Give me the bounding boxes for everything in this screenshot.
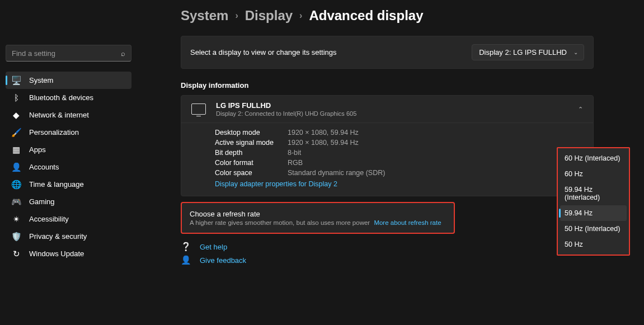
chevron-up-icon[interactable]: ⌃	[578, 106, 583, 113]
search-icon: ⌕	[121, 49, 125, 58]
display-info-value: 1920 × 1080, 59.94 Hz	[288, 139, 359, 147]
nav-list: 🖥️SystemᛒBluetooth & devices◆Network & i…	[6, 72, 131, 262]
display-info-value: Standard dynamic range (SDR)	[288, 169, 385, 177]
display-info-key: Desktop mode	[215, 129, 288, 136]
sidebar-item-privacy-security[interactable]: 🛡️Privacy & security	[6, 228, 131, 245]
breadcrumb-display[interactable]: Display	[245, 8, 293, 23]
display-info-value: 1920 × 1080, 59.94 Hz	[288, 129, 359, 136]
refresh-rate-option[interactable]: 50 Hz (Interlaced)	[560, 221, 627, 237]
refresh-rate-option[interactable]: 59.94 Hz (Interlaced)	[560, 182, 627, 205]
monitor-icon	[191, 103, 206, 115]
refresh-rate-option[interactable]: 60 Hz (Interlaced)	[560, 150, 627, 166]
refresh-rate-menu[interactable]: 60 Hz (Interlaced)60 Hz59.94 Hz (Interla…	[557, 147, 630, 256]
refresh-rate-title: Choose a refresh rate	[190, 210, 446, 218]
feedback-icon: 👤	[181, 255, 191, 265]
bluetooth-devices-icon: ᛒ	[11, 93, 21, 103]
get-help-link[interactable]: Get help	[200, 243, 227, 251]
sidebar-item-label: Windows Update	[29, 249, 84, 258]
display-info-key: Active signal mode	[215, 139, 288, 147]
sidebar-item-bluetooth-devices[interactable]: ᛒBluetooth & devices	[6, 89, 131, 106]
display-info-row: Bit depth8-bit	[215, 149, 583, 157]
sidebar-item-accounts[interactable]: 👤Accounts	[6, 158, 131, 176]
get-help-row: ❔ Get help	[181, 242, 594, 252]
sidebar-item-network-internet[interactable]: ◆Network & internet	[6, 106, 131, 124]
more-about-refresh-rate-link[interactable]: More about refresh rate	[374, 219, 441, 226]
select-display-panel: Select a display to view or change its s…	[181, 36, 594, 69]
sidebar-item-gaming[interactable]: 🎮Gaming	[6, 193, 131, 210]
give-feedback-link[interactable]: Give feedback	[200, 256, 246, 265]
display-subtitle: Display 2: Connected to Intel(R) UHD Gra…	[216, 110, 356, 117]
sidebar-item-label: Time & language	[29, 180, 84, 189]
sidebar-item-system[interactable]: 🖥️System	[6, 72, 131, 89]
display-info-value: 8-bit	[288, 149, 301, 157]
search-input[interactable]	[12, 49, 121, 58]
gaming-icon: 🎮	[11, 197, 21, 207]
sidebar-item-label: Personalization	[29, 128, 79, 136]
sidebar-item-label: Privacy & security	[29, 232, 87, 241]
privacy-security-icon: 🛡️	[11, 232, 21, 242]
display-info-key: Color space	[215, 169, 288, 177]
sidebar-item-time-language[interactable]: 🌐Time & language	[6, 176, 131, 193]
display-info-row: Color formatRGB	[215, 159, 583, 167]
personalization-icon: 🖌️	[11, 128, 21, 138]
display-info-row: Color spaceStandard dynamic range (SDR)	[215, 169, 583, 177]
sidebar-item-windows-update[interactable]: ↻Windows Update	[6, 245, 131, 262]
give-feedback-row: 👤 Give feedback	[181, 255, 594, 265]
display-information-heading: Display information	[181, 81, 594, 90]
chevron-down-icon: ⌄	[574, 49, 578, 55]
display-name: LG IPS FULLHD	[216, 101, 356, 110]
sidebar-item-label: Accessibility	[29, 215, 69, 223]
network-internet-icon: ◆	[11, 110, 21, 120]
display-info-row: Active signal mode1920 × 1080, 59.94 Hz	[215, 139, 583, 147]
refresh-rate-description: A higher rate gives smoother motion, but…	[190, 219, 446, 226]
sidebar-item-label: Apps	[29, 145, 46, 154]
breadcrumb: System › Display › Advanced display	[181, 8, 594, 23]
accounts-icon: 👤	[11, 162, 21, 172]
display-info-key: Bit depth	[215, 149, 288, 157]
sidebar-item-label: Network & internet	[29, 111, 89, 119]
windows-update-icon: ↻	[11, 249, 21, 259]
display-select-dropdown[interactable]: Display 2: LG IPS FULLHD ⌄	[472, 44, 584, 60]
sidebar-item-label: System	[29, 76, 53, 84]
settings-sidebar: ⌕ 🖥️SystemᛒBluetooth & devices◆Network &…	[0, 0, 137, 325]
display-info-card: LG IPS FULLHD Display 2: Connected to In…	[181, 95, 594, 196]
time-language-icon: 🌐	[11, 180, 21, 190]
accessibility-icon: ✴	[11, 214, 21, 224]
select-display-label: Select a display to view or change its s…	[190, 48, 337, 56]
refresh-rate-option[interactable]: 50 Hz	[560, 237, 627, 252]
refresh-rate-option[interactable]: 59.94 Hz	[560, 205, 627, 221]
sidebar-item-apps[interactable]: ▦Apps	[6, 141, 131, 158]
sidebar-item-accessibility[interactable]: ✴Accessibility	[6, 210, 131, 228]
help-icon: ❔	[181, 242, 191, 252]
sidebar-item-label: Gaming	[29, 197, 55, 206]
display-select-value: Display 2: LG IPS FULLHD	[479, 48, 567, 56]
chevron-right-icon: ›	[235, 11, 238, 21]
refresh-rate-card[interactable]: Choose a refresh rate A higher rate give…	[181, 202, 455, 234]
breadcrumb-system[interactable]: System	[181, 8, 228, 23]
sidebar-item-personalization[interactable]: 🖌️Personalization	[6, 124, 131, 141]
display-info-header[interactable]: LG IPS FULLHD Display 2: Connected to In…	[181, 96, 593, 123]
display-adapter-properties-link[interactable]: Display adapter properties for Display 2	[215, 180, 583, 188]
breadcrumb-advanced-display: Advanced display	[309, 8, 423, 23]
apps-icon: ▦	[11, 145, 21, 155]
chevron-right-icon: ›	[299, 11, 302, 21]
display-info-value: RGB	[288, 159, 303, 167]
display-info-row: Desktop mode1920 × 1080, 59.94 Hz	[215, 129, 583, 136]
system-icon: 🖥️	[11, 76, 21, 86]
sidebar-item-label: Bluetooth & devices	[29, 93, 93, 102]
display-info-key: Color format	[215, 159, 288, 167]
search-input-wrapper[interactable]: ⌕	[6, 45, 131, 62]
sidebar-item-label: Accounts	[29, 163, 59, 171]
refresh-rate-option[interactable]: 60 Hz	[560, 166, 627, 182]
display-info-body: Desktop mode1920 × 1080, 59.94 HzActive …	[181, 123, 593, 196]
